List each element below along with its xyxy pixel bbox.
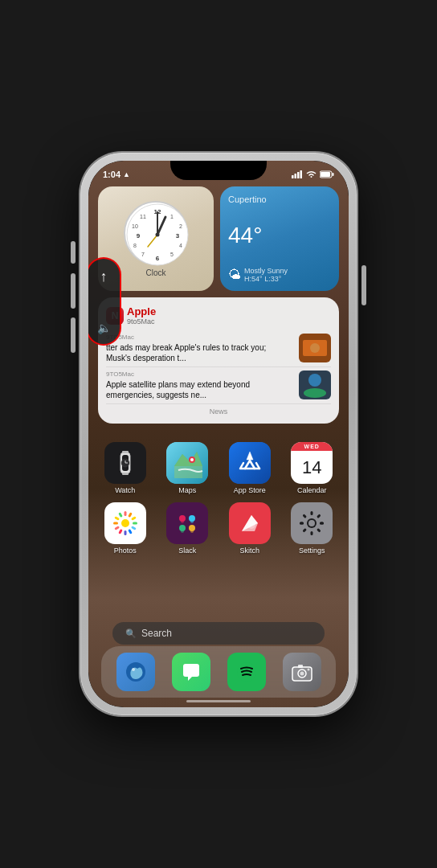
- skitch-icon: [229, 502, 271, 544]
- location-icon: ▲: [123, 170, 130, 178]
- power-button[interactable]: [361, 265, 366, 305]
- svg-rect-6: [321, 172, 330, 177]
- svg-rect-70: [317, 528, 321, 533]
- volume-indicator: ↑ 🔈: [88, 257, 125, 346]
- news-img-2-svg: [299, 371, 331, 399]
- watch-svg: [112, 449, 139, 477]
- app-watch[interactable]: Watch: [98, 442, 153, 494]
- maps-svg: [166, 442, 208, 484]
- svg-point-28: [308, 374, 321, 387]
- news-footer: News: [106, 407, 331, 416]
- svg-text:10: 10: [132, 223, 138, 229]
- svg-text:6: 6: [156, 255, 160, 262]
- volume-up-button[interactable]: [71, 273, 76, 309]
- svg-rect-44: [131, 516, 137, 521]
- svg-text:9: 9: [137, 232, 141, 240]
- svg-rect-45: [133, 522, 137, 525]
- svg-rect-48: [124, 530, 126, 535]
- svg-rect-64: [311, 511, 313, 515]
- weather-widget[interactable]: Cupertino 44° 🌤 Mostly Sunny H:54° L:33°: [220, 186, 339, 291]
- app-maps[interactable]: Maps: [161, 442, 215, 494]
- volume-oval: ↑ 🔈: [88, 257, 121, 346]
- news-item-1[interactable]: 9TO5Mac tter ads may break Apple's rules…: [106, 330, 331, 367]
- svg-rect-35: [122, 451, 129, 453]
- weather-low: L:33°: [264, 275, 281, 283]
- search-placeholder: Search: [141, 628, 172, 639]
- svg-text:4: 4: [179, 243, 182, 248]
- calendar-icon: WED 14: [291, 442, 333, 484]
- app-calendar[interactable]: WED 14 Calendar: [285, 442, 340, 494]
- svg-rect-53: [118, 512, 123, 518]
- spotify-svg: [235, 660, 259, 684]
- news-item-2[interactable]: 9TO5Mac Apple satellite plans may extend…: [106, 367, 331, 404]
- dock-cleanmaster[interactable]: [116, 653, 155, 691]
- svg-rect-36: [122, 473, 129, 475]
- svg-rect-49: [118, 529, 123, 534]
- news-item-2-headline: Apple satellite plans may extend beyond …: [106, 379, 292, 400]
- svg-point-29: [304, 388, 326, 398]
- svg-rect-0: [292, 175, 294, 178]
- notch: [170, 161, 267, 180]
- app-settings[interactable]: Settings: [285, 502, 340, 555]
- weather-sun-icon: 🌤: [228, 268, 241, 282]
- svg-text:7: 7: [141, 252, 145, 257]
- svg-rect-40: [229, 442, 271, 484]
- cleanmaster-svg: [123, 659, 149, 685]
- svg-point-76: [132, 668, 135, 671]
- svg-rect-50: [114, 526, 120, 530]
- volume-down-button[interactable]: [71, 317, 76, 353]
- weather-range: H:54° L:33°: [244, 275, 288, 283]
- svg-text:2: 2: [179, 223, 182, 229]
- time-display: 1:04: [103, 170, 120, 179]
- svg-rect-68: [317, 514, 321, 518]
- svg-rect-59: [190, 517, 194, 523]
- news-widget[interactable]: N Apple 9to5Mac 9TO5Mac tter ads may bre…: [98, 297, 339, 424]
- news-item-1-headline: tter ads may break Apple's rules to trac…: [106, 342, 292, 363]
- weather-high: H:54°: [244, 275, 263, 283]
- app-grid: Watch: [98, 442, 339, 555]
- dock-camera[interactable]: [283, 653, 321, 691]
- maps-label: Maps: [178, 486, 196, 494]
- svg-rect-1: [295, 174, 297, 178]
- volume-speaker-icon: 🔈: [97, 321, 111, 334]
- signal-icon: [292, 170, 303, 178]
- dock-messages[interactable]: [172, 653, 210, 691]
- svg-rect-51: [113, 522, 118, 525]
- phone-screen: 1:04 ▲: [88, 161, 349, 707]
- app-photos[interactable]: Photos: [98, 502, 153, 555]
- silent-button[interactable]: [71, 241, 76, 264]
- dock-spotify[interactable]: [227, 653, 266, 691]
- wifi-icon: [306, 170, 317, 178]
- app-slack[interactable]: Slack: [161, 502, 215, 555]
- svg-rect-52: [114, 516, 120, 521]
- svg-text:1: 1: [170, 214, 174, 219]
- slack-icon: [166, 502, 208, 544]
- svg-rect-72: [300, 522, 304, 525]
- svg-rect-46: [131, 526, 137, 530]
- maps-icon: [166, 442, 208, 484]
- svg-point-41: [121, 519, 129, 527]
- svg-rect-73: [303, 514, 308, 518]
- app-skitch[interactable]: Skitch: [223, 502, 277, 555]
- search-icon: 🔍: [125, 628, 137, 639]
- slack-label: Slack: [178, 547, 196, 555]
- battery-icon: [320, 170, 334, 178]
- widgets-row: 12 3 6 9 1 2 4 5 7 8 10 11: [98, 186, 339, 291]
- appstore-icon: [229, 442, 271, 484]
- calendar-day: WED: [291, 442, 333, 451]
- news-app-name: Apple: [127, 305, 156, 317]
- svg-text:3: 3: [176, 232, 180, 240]
- search-bar[interactable]: 🔍 Search: [112, 622, 325, 645]
- svg-point-74: [308, 520, 315, 526]
- svg-point-23: [156, 232, 160, 236]
- svg-point-26: [310, 343, 320, 353]
- news-header: N Apple 9to5Mac: [106, 305, 331, 326]
- watch-icon: [104, 442, 146, 484]
- app-appstore[interactable]: App Store: [223, 442, 277, 494]
- photos-icon: [104, 502, 146, 544]
- svg-rect-58: [181, 517, 184, 523]
- settings-label: Settings: [299, 547, 325, 555]
- svg-text:11: 11: [140, 214, 146, 219]
- watch-label: Watch: [115, 486, 135, 494]
- phone-frame: 1:04 ▲: [80, 153, 357, 715]
